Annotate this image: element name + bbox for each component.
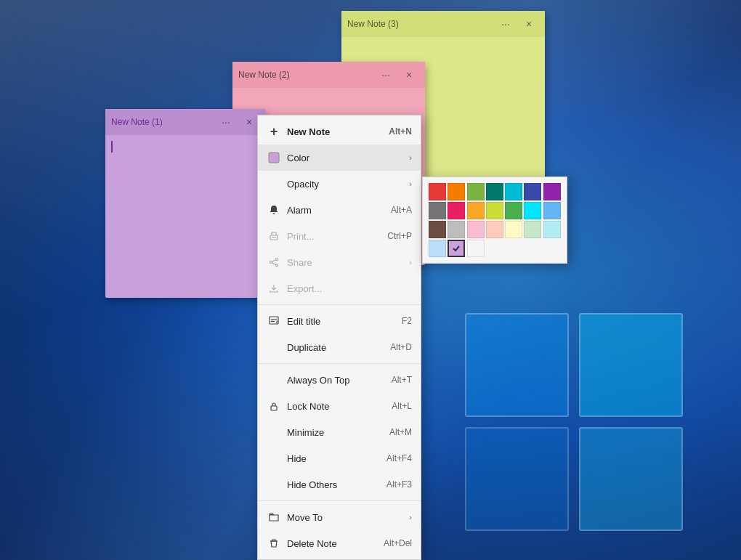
menu-item-share[interactable]: Share ›: [258, 249, 421, 275]
color-swatch-purple[interactable]: [543, 183, 561, 200]
svg-line-7: [272, 263, 275, 265]
close-icon: ×: [246, 116, 252, 128]
color-swatch-light-blue[interactable]: [543, 202, 561, 219]
menu-item-hide-others[interactable]: Hide Others Alt+F3: [258, 471, 421, 498]
color-swatch-teal[interactable]: [486, 183, 503, 200]
menu-item-move-to[interactable]: Move To ›: [258, 504, 421, 530]
svg-rect-9: [270, 317, 278, 324]
opacity-icon: [267, 176, 281, 191]
menu-item-minimize[interactable]: Minimize Alt+M: [258, 419, 421, 445]
text-cursor: [111, 141, 113, 153]
svg-point-3: [276, 259, 278, 261]
share-label: Share: [287, 257, 409, 268]
move-to-label: Move To: [287, 512, 409, 523]
svg-rect-0: [269, 153, 279, 163]
share-arrow-icon: ›: [409, 258, 412, 267]
menu-item-always-on-top[interactable]: Always On Top Alt+T: [258, 367, 421, 393]
plus-icon: +: [267, 124, 281, 139]
hide-others-icon: [267, 477, 281, 492]
context-menu: + New Note Alt+N Color ›: [257, 115, 421, 560]
color-swatch-very-light-blue[interactable]: [429, 240, 446, 257]
duplicate-shortcut: Alt+D: [390, 342, 412, 352]
delete-note-shortcut: Alt+Del: [384, 538, 412, 548]
menu-item-print[interactable]: Print... Ctrl+P: [258, 223, 421, 249]
hide-shortcut: Alt+F4: [386, 453, 412, 463]
new-note-shortcut: Alt+N: [389, 126, 412, 137]
svg-rect-12: [271, 406, 277, 410]
hide-label: Hide: [287, 453, 381, 464]
color-swatch-selected-purple[interactable]: [448, 240, 465, 257]
note-3-menu-button[interactable]: ···: [495, 14, 516, 34]
color-swatch-amber[interactable]: [467, 202, 485, 219]
color-swatch-white[interactable]: [467, 240, 485, 257]
menu-item-export[interactable]: Export...: [258, 275, 421, 301]
note-2-title: New Note (2): [238, 70, 290, 80]
windows-logo: [465, 313, 683, 531]
menu-item-alarm[interactable]: Alarm Alt+A: [258, 197, 421, 223]
color-swatch-pink[interactable]: [448, 202, 465, 219]
menu-item-lock-note[interactable]: Lock Note Alt+L: [258, 393, 421, 419]
print-label: Print...: [287, 231, 381, 242]
alarm-label: Alarm: [287, 205, 385, 216]
menu-item-new-note[interactable]: + New Note Alt+N: [258, 118, 421, 145]
color-swatch-gray[interactable]: [429, 202, 446, 219]
folder-icon: [267, 510, 281, 524]
note-1-header: New Note (1) ··· ×: [105, 109, 265, 135]
color-swatch-red[interactable]: [429, 183, 446, 200]
color-swatch-very-light-cyan[interactable]: [543, 221, 561, 238]
menu-item-delete-note[interactable]: Delete Note Alt+Del: [258, 530, 421, 556]
color-swatch-lime[interactable]: [486, 202, 503, 219]
color-swatch-light-cyan[interactable]: [524, 202, 541, 219]
color-swatch-light-gray[interactable]: [448, 221, 465, 238]
hide-others-label: Hide Others: [287, 479, 381, 490]
menu-item-color[interactable]: Color ›: [258, 145, 421, 171]
opacity-label: Opacity: [287, 179, 409, 190]
alarm-shortcut: Alt+A: [391, 205, 412, 215]
note-2-controls: ··· ×: [376, 65, 419, 85]
color-swatch-light-green[interactable]: [505, 202, 522, 219]
note-1-title: New Note (1): [111, 117, 163, 127]
menu-item-edit-title[interactable]: Edit title F2: [258, 308, 421, 334]
color-swatch-very-light-yellow[interactable]: [505, 221, 522, 238]
color-swatch-green[interactable]: [467, 183, 485, 200]
note-2-menu-button[interactable]: ···: [376, 65, 396, 85]
note-3-header: New Note (3) ··· ×: [341, 11, 545, 37]
color-submenu: [422, 176, 567, 264]
menu-item-hide[interactable]: Hide Alt+F4: [258, 445, 421, 471]
edit-title-shortcut: F2: [402, 316, 412, 326]
note-1-body[interactable]: [105, 135, 265, 298]
menu-item-opacity[interactable]: Opacity ›: [258, 171, 421, 197]
edit-title-label: Edit title: [287, 316, 396, 327]
note-2-close-button[interactable]: ×: [399, 65, 419, 85]
move-to-arrow-icon: ›: [409, 513, 412, 522]
export-icon: [267, 281, 281, 296]
note-1-close-button[interactable]: ×: [239, 112, 259, 132]
separator-3: [258, 500, 421, 501]
color-swatch-very-light-green[interactable]: [524, 221, 541, 238]
share-icon: [267, 255, 281, 269]
note-1-menu-button[interactable]: ···: [216, 112, 236, 132]
color-swatch-very-light-orange[interactable]: [486, 221, 503, 238]
new-note-label: New Note: [287, 126, 383, 137]
dots-icon: ···: [222, 116, 230, 128]
menu-item-duplicate[interactable]: Duplicate Alt+D: [258, 334, 421, 360]
note-3-close-button[interactable]: ×: [519, 14, 539, 34]
always-on-top-icon: [267, 373, 281, 387]
dots-icon: ···: [381, 69, 390, 81]
dots-icon: ···: [501, 18, 510, 30]
color-swatch-orange[interactable]: [448, 183, 465, 200]
close-icon: ×: [406, 69, 412, 81]
note-3-controls: ··· ×: [495, 14, 539, 34]
separator-1: [258, 304, 421, 305]
color-label: Color: [287, 153, 409, 163]
minimize-icon: [267, 425, 281, 439]
color-swatch-indigo[interactable]: [524, 183, 541, 200]
minimize-shortcut: Alt+M: [389, 427, 412, 437]
export-label: Export...: [287, 283, 412, 294]
color-icon: [267, 150, 281, 165]
always-on-top-shortcut: Alt+T: [392, 375, 412, 385]
color-swatch-brown[interactable]: [429, 221, 446, 238]
minimize-label: Minimize: [287, 427, 384, 438]
color-swatch-very-light-pink[interactable]: [467, 221, 485, 238]
color-swatch-cyan[interactable]: [505, 183, 522, 200]
